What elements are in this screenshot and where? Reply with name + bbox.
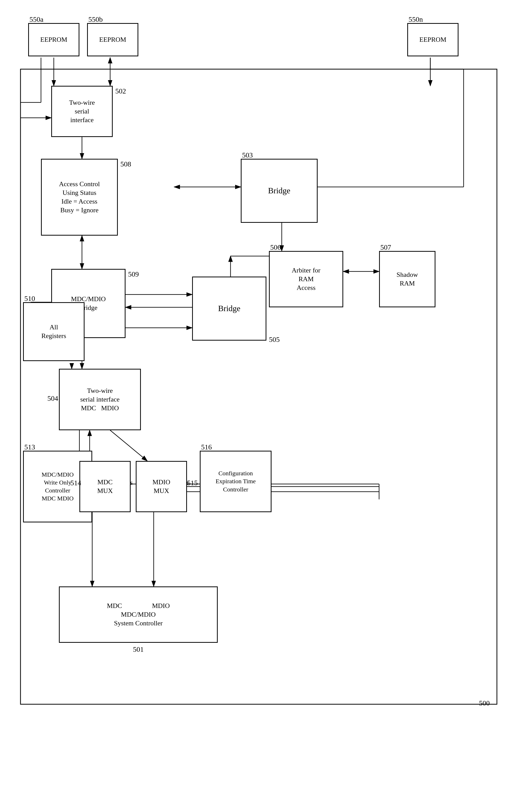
main-controller-501-ref: 501	[128, 645, 149, 654]
mdio-mux-s-label: s	[187, 479, 189, 486]
config-516-ref: 516	[201, 443, 212, 451]
eeprom-b-box: EEPROM	[87, 23, 138, 56]
mdc-mux-514-box: MDCMUX	[79, 461, 131, 512]
outer-box-ref: 500	[479, 699, 490, 707]
eeprom-a-ref: 550a	[30, 15, 43, 23]
svg-line-25	[110, 430, 147, 461]
all-registers-510-box: AllRegisters	[23, 302, 84, 361]
two-wire-502-ref: 502	[115, 87, 126, 95]
two-wire-504-box: Two-wireserial interfaceMDC MDIO	[59, 369, 141, 430]
all-registers-510-ref: 510	[24, 294, 35, 303]
main-controller-501-box: MDC MDIOMDC/MDIOSystem Controller	[59, 586, 218, 643]
config-516-box: ConfigurationExpiration TimeController	[200, 451, 271, 512]
eeprom-n-ref: 550n	[408, 15, 423, 23]
arbiter-506-ref: 506	[270, 243, 281, 251]
bridge-503-ref: 503	[242, 151, 253, 159]
access-control-508-box: Access ControlUsing StatusIdle = AccessB…	[41, 159, 118, 236]
eeprom-b-ref: 550b	[88, 15, 103, 23]
mdc-mux-514-ref: 514	[71, 479, 81, 487]
bridge-503-box: Bridge	[241, 159, 318, 223]
bridge-505-ref: 505	[269, 335, 280, 344]
mdio-mux-515-box: MDIOMUX	[136, 461, 187, 512]
two-wire-504-ref: 504	[48, 394, 58, 403]
eeprom-n-box: EEPROM	[407, 23, 458, 56]
eeprom-a-box: EEPROM	[28, 23, 79, 56]
two-wire-502-box: Two-wireserialinterface	[51, 86, 113, 137]
arbiter-506-box: Arbiter forRAMAccess	[269, 251, 343, 307]
bridge-505-box: Bridge	[192, 276, 266, 341]
mdc-mux-s-label: s	[130, 479, 133, 486]
access-control-508-ref: 508	[120, 160, 131, 168]
mdc-mdio-bridge-509-ref: 509	[128, 270, 139, 278]
mdc-mdio-controller-513-ref: 513	[24, 443, 35, 451]
diagram: { "title": "MDC/MDIO System Controller D…	[0, 0, 532, 789]
shadow-ram-507-ref: 507	[380, 243, 391, 251]
shadow-ram-507-box: ShadowRAM	[379, 251, 435, 307]
